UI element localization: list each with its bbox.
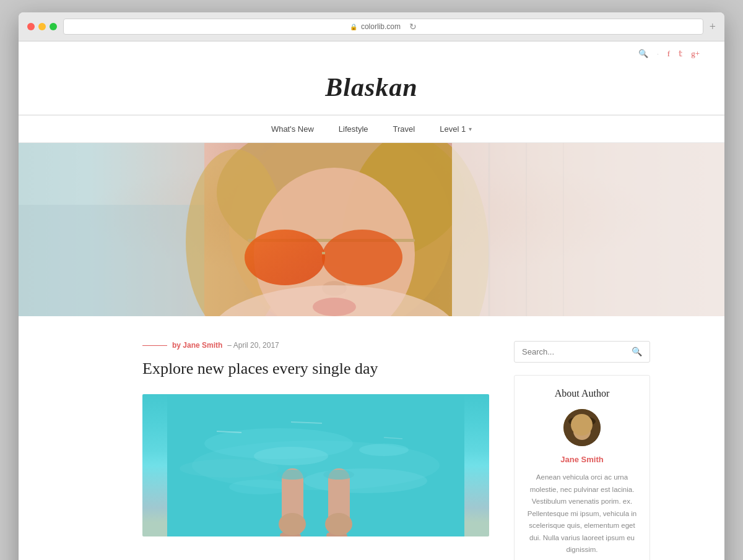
url-text: colorlib.com [361,22,401,31]
site-nav: What's New Lifestyle Travel Level 1 ▾ [19,115,724,143]
site-logo[interactable]: Blaskan [43,66,700,114]
author-name[interactable]: Jane Smith [527,455,637,464]
chevron-down-icon: ▾ [469,126,472,132]
svg-rect-1 [19,205,204,316]
svg-rect-44 [575,416,589,424]
address-bar[interactable]: colorlib.com ↻ [63,19,703,35]
article-author[interactable]: by Jane Smith [172,341,222,350]
svg-point-22 [303,468,427,493]
author-bio: Aenean vehicula orci ac urna molestie, n… [527,472,637,556]
window-controls [27,23,57,30]
svg-point-25 [359,444,409,456]
nav-whats-new[interactable]: What's New [271,124,314,134]
about-author-card: About Author [514,375,650,560]
svg-point-24 [254,447,328,465]
article-image [142,394,489,536]
main-content: by Jane Smith – April 20, 2017 Explore n… [19,316,724,560]
svg-point-41 [325,513,352,535]
separator: · [657,51,659,58]
search-input[interactable] [522,347,632,356]
meta-line-decoration [142,345,167,346]
browser-window: colorlib.com ↻ + 🔍 · f 𝕥 g+ Blaskan What… [19,12,724,560]
twitter-icon[interactable]: 𝕥 [679,49,682,59]
browser-titlebar: colorlib.com ↻ + [19,12,724,41]
pool-image-svg [142,394,489,536]
googleplus-icon[interactable]: g+ [691,49,700,59]
about-author-title: About Author [527,388,637,399]
svg-point-39 [323,470,354,480]
minimize-button[interactable] [38,23,46,30]
maximize-button[interactable] [50,23,57,30]
close-button[interactable] [27,23,35,30]
facebook-icon[interactable]: f [667,49,670,59]
author-avatar [563,409,601,446]
header-top: 🔍 · f 𝕥 g+ [43,41,700,66]
svg-point-10 [322,230,402,285]
svg-point-46 [578,428,580,431]
new-tab-button[interactable]: + [710,20,716,33]
nav-level1[interactable]: Level 1 ▾ [440,124,472,134]
search-icon[interactable]: 🔍 [638,49,648,59]
article-section: by Jane Smith – April 20, 2017 Explore n… [142,341,489,560]
svg-point-38 [277,470,308,480]
svg-rect-15 [452,143,724,316]
svg-point-43 [568,416,596,426]
svg-point-42 [563,409,601,446]
article-date: – April 20, 2017 [227,341,279,350]
refresh-button[interactable]: ↻ [409,22,417,32]
search-icon[interactable]: 🔍 [632,347,642,357]
search-box[interactable]: 🔍 [514,341,650,363]
article-meta: by Jane Smith – April 20, 2017 [142,341,489,350]
website-content: 🔍 · f 𝕥 g+ Blaskan What's New Lifestyle … [19,41,724,560]
svg-point-9 [245,230,325,285]
svg-point-45 [573,423,591,440]
article-title: Explore new places every single day [142,358,489,379]
author-avatar-svg [563,409,601,446]
hero-image [19,143,724,316]
hero-svg [19,143,724,316]
sidebar: 🔍 About Author [514,341,650,560]
nav-lifestyle[interactable]: Lifestyle [339,124,368,134]
site-header: 🔍 · f 𝕥 g+ Blaskan [19,41,724,115]
nav-travel[interactable]: Travel [393,124,415,134]
svg-point-47 [584,428,586,431]
svg-point-40 [279,513,306,535]
